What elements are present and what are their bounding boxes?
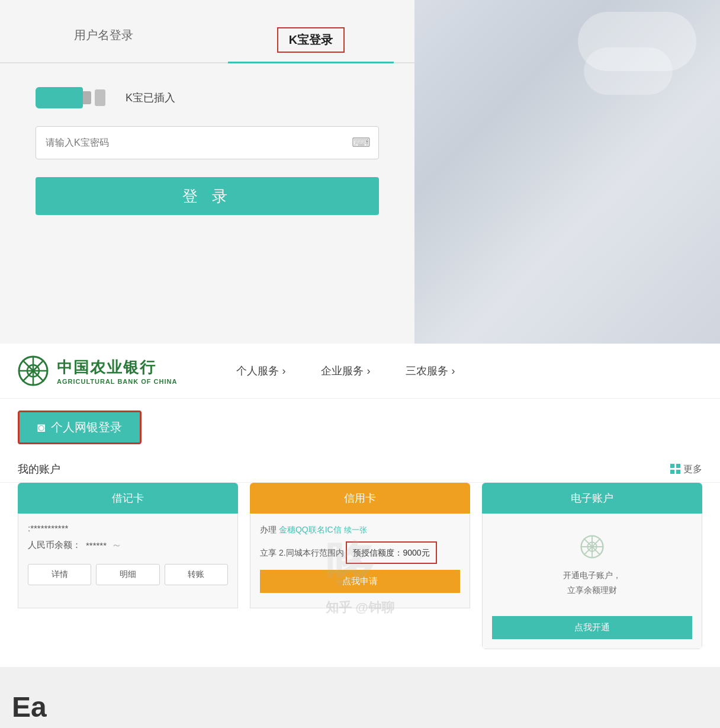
apply-more-link[interactable]: 续一张 xyxy=(344,525,367,534)
tilde-icon: ～ xyxy=(111,538,122,552)
bank-name-block: 中国农业银行 AGRICULTURAL BANK OF CHINA xyxy=(57,357,177,385)
password-row: ⌨ xyxy=(36,126,379,159)
kbao-status-row: K宝已插入 xyxy=(36,87,379,108)
detail-button[interactable]: 详情 xyxy=(28,564,91,585)
statement-button[interactable]: 明细 xyxy=(96,564,159,585)
nav-personal-service[interactable]: 个人服务 › xyxy=(236,364,285,378)
credit-limit-text: 预授信额度：9000元 xyxy=(353,548,429,557)
my-accounts-label: 我的账户 xyxy=(18,462,60,476)
credit-card-body: 办理 金穗QQ联名IC信 续一张 立享 2.同城本行范围内 预授信额度：9000… xyxy=(250,514,470,608)
balance-label: 人民币余额： xyxy=(28,540,81,551)
e-account-header: 电子账户 xyxy=(482,483,702,514)
credit-enjoy-text: 立享 2.同城本行范围内 xyxy=(260,548,344,557)
bank-logo-icon xyxy=(18,355,49,386)
bank-section: 中国农业银行 AGRICULTURAL BANK OF CHINA 个人服务 ›… xyxy=(0,344,720,667)
bank-name-en: AGRICULTURAL BANK OF CHINA xyxy=(57,378,177,385)
kbao-body-icon xyxy=(36,87,83,108)
debit-card-actions: 详情 明细 转账 xyxy=(28,564,228,585)
bank-logo-area: 中国农业银行 AGRICULTURAL BANK OF CHINA xyxy=(18,355,177,386)
nav-sannong-service[interactable]: 三农服务 › xyxy=(406,364,455,378)
credit-handle-text: 办理 xyxy=(260,525,277,534)
credit-card-content: 办理 金穗QQ联名IC信 续一张 立享 2.同城本行范围内 预授信额度：9000… xyxy=(260,523,460,564)
kbao-usb-icon xyxy=(95,89,105,106)
credit-card-block: 信用卡 办理 金穗QQ联名IC信 续一张 立享 2.同城本行范围内 预授信额度：… xyxy=(250,483,470,649)
tab-username-login[interactable]: 用户名登录 xyxy=(0,18,207,62)
keyboard-icon: ⌨ xyxy=(352,135,371,150)
balance-value: ****** xyxy=(86,540,107,550)
user-icon: ◙ xyxy=(37,420,45,435)
kbao-status-text: K宝已插入 xyxy=(126,91,175,105)
bank-header: 中国农业银行 AGRICULTURAL BANK OF CHINA 个人服务 ›… xyxy=(0,344,720,399)
debit-card-number: :*********** xyxy=(28,523,228,533)
debit-card-header: 借记卡 xyxy=(18,483,238,514)
credit-card-header: 信用卡 xyxy=(250,483,470,514)
login-button[interactable]: 登 录 xyxy=(36,177,379,215)
e-account-content: 开通电子账户， 立享余额理财 xyxy=(492,523,692,610)
personal-login-button[interactable]: ◙ 个人网银登录 xyxy=(18,410,142,444)
more-label: 更多 xyxy=(683,463,702,476)
e-account-text1: 开通电子账户， xyxy=(504,568,680,583)
e-account-logo xyxy=(580,535,604,559)
e-account-block: 电子账户 开通电子账户， 立享余额理财 xyxy=(482,483,702,649)
bank-name-cn: 中国农业银行 xyxy=(57,357,177,378)
login-panel: 用户名登录 K宝登录 K宝已插入 ⌨ 登 录 xyxy=(0,0,414,344)
kbao-icon xyxy=(36,87,105,108)
nav-enterprise-service[interactable]: 企业服务 › xyxy=(321,364,370,378)
bank-nav: 个人服务 › 企业服务 › 三农服务 › xyxy=(236,364,455,378)
credit-card-link[interactable]: 金穗QQ联名IC信 xyxy=(279,525,342,534)
credit-limit-box: 预授信额度：9000元 xyxy=(346,541,436,564)
personal-login-label: 个人网银登录 xyxy=(51,419,122,435)
tab-kbao-login[interactable]: K宝登录 xyxy=(207,18,414,62)
cards-row: 借记卡 :*********** 人民币余额： ****** ～ 详情 明细 转… xyxy=(0,483,720,667)
e-account-body: 开通电子账户， 立享余额理财 点我开通 xyxy=(482,514,702,649)
watermark-area: 哆 知乎 @钟聊 借记卡 :*********** 人民币余额： ****** … xyxy=(0,483,720,667)
tab-kbao-label: K宝登录 xyxy=(277,27,345,53)
debit-card-block: 借记卡 :*********** 人民币余额： ****** ～ 详情 明细 转… xyxy=(18,483,238,649)
transfer-button[interactable]: 转账 xyxy=(165,564,228,585)
tab-username-label: 用户名登录 xyxy=(74,28,133,41)
debit-card-body: :*********** 人民币余额： ****** ～ 详情 明细 转账 xyxy=(18,514,238,608)
cloud-background xyxy=(414,0,720,344)
my-accounts-bar: 我的账户 更多 xyxy=(0,456,720,483)
open-account-button[interactable]: 点我开通 xyxy=(492,616,692,639)
bottom-label: Ea xyxy=(0,686,59,728)
grid-icon xyxy=(670,464,681,474)
e-account-text2: 立享余额理财 xyxy=(504,583,680,598)
credit-apply-button[interactable]: 点我申请 xyxy=(260,570,460,593)
debit-card-balance: 人民币余额： ****** ～ xyxy=(28,538,228,552)
kbao-password-input[interactable] xyxy=(36,126,379,159)
more-link[interactable]: 更多 xyxy=(670,463,702,476)
tab-bar: 用户名登录 K宝登录 xyxy=(0,0,414,63)
